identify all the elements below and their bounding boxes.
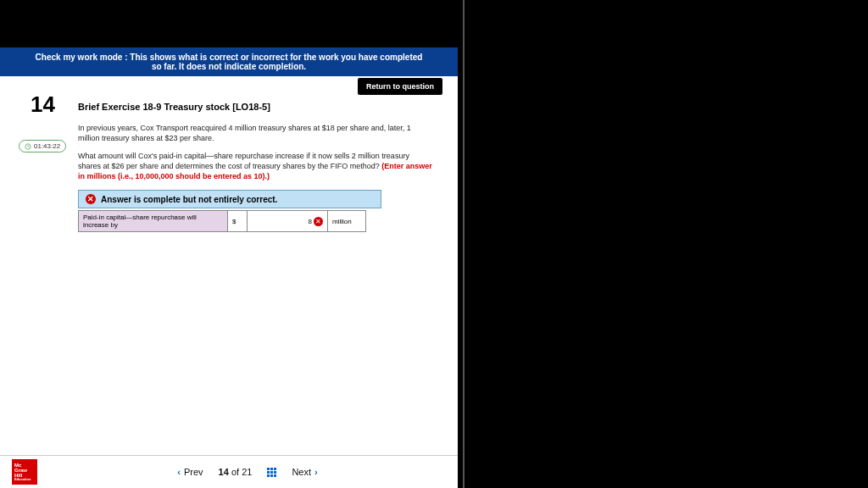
clock-icon <box>25 143 31 150</box>
incorrect-marker-icon: ✕ <box>314 217 323 226</box>
question-number: 14 <box>31 92 55 118</box>
mcgraw-hill-logo: Mc Graw Hill Education <box>12 459 37 485</box>
question-paragraph-1: In previous years, Cox Transport reacqui… <box>78 124 434 143</box>
currency-cell: $ <box>228 211 248 232</box>
grid-icon[interactable] <box>267 468 276 477</box>
answer-status-text: Answer is complete but not entirely corr… <box>101 195 277 204</box>
footer-nav: Mc Graw Hill Education ‹ Prev 14 of 21 <box>0 455 458 488</box>
answer-table: Paid-in capital—share repurchase will in… <box>78 210 366 232</box>
answer-status-bar: ✕ Answer is complete but not entirely co… <box>78 190 381 208</box>
check-work-banner: Check my work mode : This shows what is … <box>0 47 458 76</box>
next-button[interactable]: Next › <box>292 467 317 477</box>
page-indicator: 14 of 21 <box>219 467 253 477</box>
timer-value: 01:43:22 <box>34 142 60 150</box>
timer-badge: 01:43:22 <box>19 140 66 152</box>
answer-row-label: Paid-in capital—share repurchase will in… <box>79 211 228 232</box>
incorrect-icon: ✕ <box>86 194 96 204</box>
chevron-right-icon: › <box>314 467 318 477</box>
right-blank-pane <box>463 0 868 488</box>
table-row: Paid-in capital—share repurchase will in… <box>79 211 366 232</box>
answer-value-cell[interactable]: 8✕ <box>248 211 328 232</box>
unit-cell: million <box>328 211 366 232</box>
prev-button[interactable]: ‹ Prev <box>177 467 203 477</box>
question-title: Brief Exercise 18-9 Treasury stock [LO18… <box>78 102 434 112</box>
return-to-question-button[interactable]: Return to question <box>358 78 442 95</box>
chevron-left-icon: ‹ <box>177 467 181 477</box>
question-paragraph-2: What amount will Cox's paid-in capital—s… <box>78 152 434 181</box>
